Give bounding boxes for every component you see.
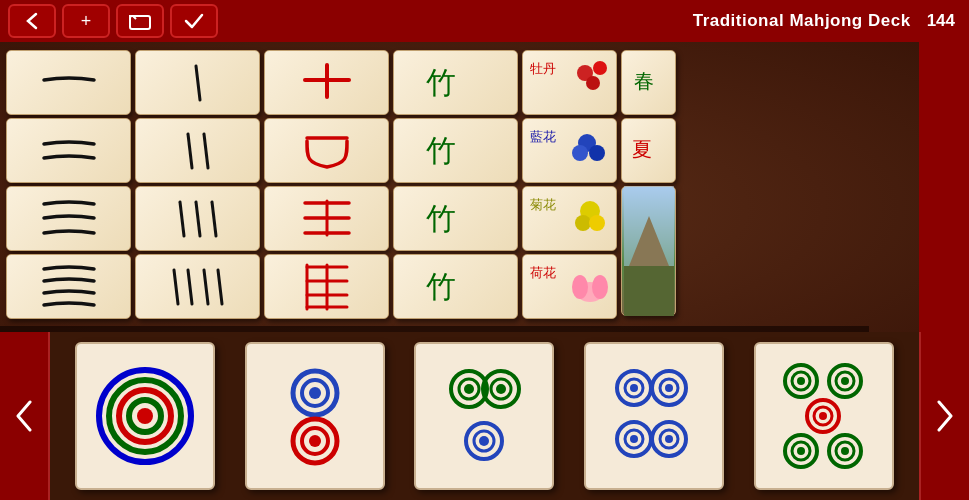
svg-point-77	[819, 412, 827, 420]
tile-2-1[interactable]	[135, 50, 260, 115]
add-icon: +	[81, 11, 92, 32]
svg-line-5	[196, 202, 200, 236]
svg-text:菊花: 菊花	[530, 197, 556, 212]
add-button[interactable]: +	[62, 4, 110, 38]
svg-point-74	[841, 377, 849, 385]
svg-point-50	[464, 384, 474, 394]
svg-text:竹: 竹	[426, 134, 456, 167]
svg-text:荷花: 荷花	[530, 265, 556, 280]
svg-point-44	[309, 387, 321, 399]
svg-point-25	[575, 215, 591, 231]
tile-3-1[interactable]	[264, 50, 389, 115]
svg-line-8	[188, 270, 192, 304]
svg-rect-35	[624, 266, 674, 316]
svg-point-71	[797, 377, 805, 385]
svg-point-18	[586, 76, 600, 90]
bottom-cards	[50, 332, 919, 500]
tile-1-2[interactable]	[6, 118, 131, 183]
svg-point-59	[630, 384, 638, 392]
column-3	[264, 50, 389, 324]
tile-2-2[interactable]	[135, 118, 260, 183]
svg-point-41	[137, 408, 153, 424]
tile-6-spring[interactable]: 春	[621, 50, 676, 115]
tile-4-4[interactable]: 竹	[393, 254, 518, 319]
bottom-section	[0, 332, 969, 500]
column-1	[6, 50, 131, 324]
column-2	[135, 50, 260, 324]
tile-3-3[interactable]	[264, 186, 389, 251]
tile-1-1[interactable]	[6, 50, 131, 115]
svg-text:竹: 竹	[426, 270, 456, 303]
column-6-seasons: 春 夏	[621, 50, 676, 324]
tile-6-summer[interactable]: 夏	[621, 118, 676, 183]
svg-text:牡丹: 牡丹	[530, 61, 556, 76]
svg-line-4	[180, 202, 184, 236]
svg-point-80	[797, 447, 805, 455]
svg-line-10	[218, 270, 222, 304]
tile-1-3[interactable]	[6, 186, 131, 251]
toolbar: + Traditional Mahjong Deck 144	[0, 0, 969, 42]
svg-point-26	[589, 215, 605, 231]
svg-line-2	[188, 134, 192, 168]
card-columns-wrapper: 竹 竹 竹 竹	[0, 42, 919, 374]
svg-point-29	[572, 275, 588, 299]
svg-line-7	[174, 270, 178, 304]
svg-text:竹: 竹	[426, 66, 456, 99]
card-1-dot[interactable]	[75, 342, 215, 490]
svg-point-53	[496, 384, 506, 394]
column-4: 竹 竹 竹 竹	[393, 50, 518, 324]
card-2-dot[interactable]	[245, 342, 385, 490]
tile-5-lotus[interactable]: 荷花	[522, 254, 617, 319]
tile-5-orchid[interactable]: 藍花	[522, 118, 617, 183]
tile-6-landscape[interactable]	[621, 186, 676, 316]
svg-text:藍花: 藍花	[530, 129, 556, 144]
svg-line-1	[196, 66, 200, 100]
tile-3-2[interactable]	[264, 118, 389, 183]
tile-1-4[interactable]	[6, 254, 131, 319]
svg-point-22	[589, 145, 605, 161]
svg-point-62	[665, 384, 673, 392]
card-3-dot[interactable]	[414, 342, 554, 490]
right-nav	[919, 42, 969, 374]
card-4-dot[interactable]	[584, 342, 724, 490]
svg-line-3	[204, 134, 208, 168]
card-5-dot[interactable]	[754, 342, 894, 490]
svg-point-83	[841, 447, 849, 455]
card-count: 144	[927, 11, 955, 31]
tile-2-4[interactable]	[135, 254, 260, 319]
svg-text:竹: 竹	[426, 202, 456, 235]
svg-point-17	[593, 61, 607, 75]
svg-text:春: 春	[634, 70, 654, 92]
svg-point-47	[309, 435, 321, 447]
column-5-flowers: 牡丹 藍花	[522, 50, 617, 324]
svg-point-21	[572, 145, 588, 161]
svg-line-6	[212, 202, 216, 236]
tile-5-plum[interactable]: 牡丹	[522, 50, 617, 115]
tile-4-2[interactable]: 竹	[393, 118, 518, 183]
next-card-button[interactable]	[919, 332, 969, 500]
svg-point-56	[479, 436, 489, 446]
tile-4-3[interactable]: 竹	[393, 186, 518, 251]
tile-2-3[interactable]	[135, 186, 260, 251]
svg-line-9	[204, 270, 208, 304]
prev-card-button[interactable]	[0, 332, 50, 500]
svg-point-30	[592, 275, 608, 299]
svg-text:夏: 夏	[632, 138, 652, 160]
svg-point-65	[630, 435, 638, 443]
svg-point-68	[665, 435, 673, 443]
svg-rect-0	[130, 16, 150, 29]
tile-3-4[interactable]	[264, 254, 389, 319]
deck-title: Traditional Mahjong Deck	[693, 11, 911, 31]
back-button[interactable]	[8, 4, 56, 38]
folder-button[interactable]	[116, 4, 164, 38]
app: + Traditional Mahjong Deck 144	[0, 0, 969, 500]
check-button[interactable]	[170, 4, 218, 38]
top-section: 竹 竹 竹 竹	[0, 42, 969, 374]
tile-5-chrysanthemum[interactable]: 菊花	[522, 186, 617, 251]
tile-4-1[interactable]: 竹	[393, 50, 518, 115]
